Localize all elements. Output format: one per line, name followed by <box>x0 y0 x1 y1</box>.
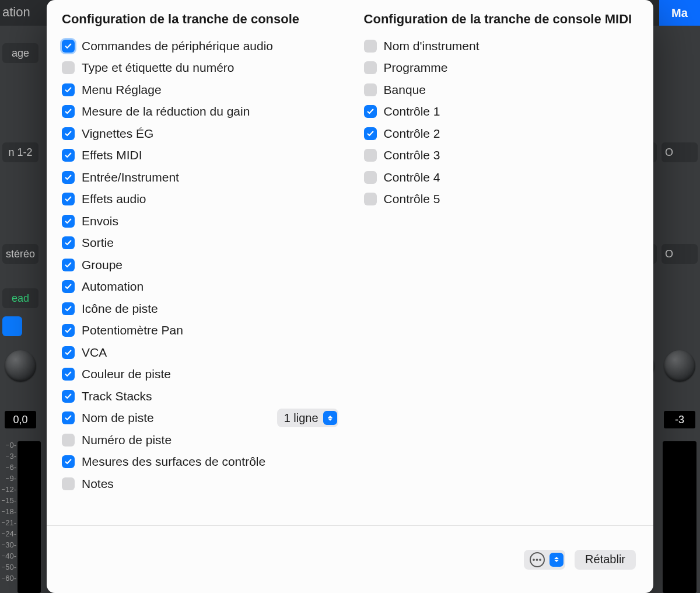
option-label: Entrée/Instrument <box>82 170 179 184</box>
dialog-footer: ••• Rétablir <box>47 525 653 593</box>
backdrop-value: 0,0 <box>5 411 36 428</box>
select-value: 1 ligne <box>284 411 318 425</box>
option-label: Notes <box>82 477 114 491</box>
restore-button[interactable]: Rétablir <box>575 550 636 570</box>
option-label: Commandes de périphérique audio <box>82 39 273 53</box>
right-option-row: Contrôle 1 <box>364 101 643 123</box>
checkbox[interactable] <box>62 390 75 403</box>
backdrop-pan-knob <box>5 350 36 382</box>
left-option-row: Vignettes ÉG <box>62 123 338 145</box>
checkbox[interactable] <box>62 477 75 490</box>
checkbox[interactable] <box>364 149 377 162</box>
left-option-row: Automation <box>62 276 338 298</box>
left-option-row: Envois <box>62 210 338 232</box>
checkbox[interactable] <box>62 324 75 337</box>
option-label: Automation <box>82 280 144 294</box>
console-config-title: Configuration de la tranche de console <box>62 12 338 27</box>
checkbox[interactable] <box>364 171 377 184</box>
checkbox[interactable] <box>364 127 377 140</box>
ruler-tick: 12- <box>5 486 16 493</box>
backdrop-meter <box>663 441 696 593</box>
backdrop-master-button-fragment[interactable]: Ma <box>659 0 700 26</box>
option-label: Potentiomètre Pan <box>82 323 183 337</box>
option-label: Track Stacks <box>82 389 152 403</box>
chevron-up-down-icon <box>323 411 337 425</box>
checkbox[interactable] <box>364 105 377 118</box>
left-option-row: Track Stacks <box>62 385 338 407</box>
backdrop-meter <box>18 441 41 593</box>
ruler-tick: 6- <box>9 463 16 471</box>
checkbox[interactable] <box>62 149 75 162</box>
ruler-tick: 21- <box>5 519 16 526</box>
option-label: Contrôle 3 <box>384 148 440 162</box>
right-option-row: Banque <box>364 79 643 101</box>
ruler-tick: 24- <box>5 530 16 538</box>
ruler-tick: 50- <box>5 563 16 571</box>
checkbox[interactable] <box>62 127 75 140</box>
ruler-tick: 15- <box>5 497 16 504</box>
checkbox[interactable] <box>62 434 75 447</box>
checkbox[interactable] <box>62 236 75 249</box>
checkbox[interactable] <box>62 259 75 271</box>
track-name-lines-select[interactable]: 1 ligne <box>277 409 338 427</box>
option-label: Mesures des surfaces de contrôle <box>82 455 265 469</box>
left-option-row: Numéro de piste <box>62 429 338 451</box>
option-label: Groupe <box>82 258 123 272</box>
option-label: Menu Réglage <box>82 83 162 97</box>
checkbox[interactable] <box>62 368 75 381</box>
left-option-row: Mesure de la réduction du gain <box>62 101 338 123</box>
right-option-row: Contrôle 3 <box>364 145 643 167</box>
option-label: Couleur de piste <box>82 367 171 381</box>
checkbox[interactable] <box>62 346 75 359</box>
option-label: Nom d'instrument <box>384 39 480 53</box>
option-label: Effets audio <box>82 192 146 206</box>
checkbox[interactable] <box>364 61 377 74</box>
left-option-row: Notes <box>62 473 338 495</box>
left-option-row: Groupe <box>62 254 338 276</box>
checkbox[interactable] <box>62 280 75 293</box>
backdrop-slot: ead <box>2 288 38 308</box>
backdrop-slot: age <box>2 43 38 63</box>
option-label: Type et étiquette du numéro <box>82 61 235 75</box>
preset-menu-button[interactable]: ••• <box>524 550 565 570</box>
backdrop-slot: O <box>662 244 698 264</box>
backdrop-strip-r2: O O -3 <box>659 26 700 593</box>
checkbox[interactable] <box>62 215 75 228</box>
backdrop-pan-knob <box>664 350 695 382</box>
option-label: Envois <box>82 214 118 228</box>
option-label: Nom de piste <box>82 411 154 425</box>
option-label: Contrôle 5 <box>384 192 440 206</box>
checkbox[interactable] <box>62 105 75 118</box>
left-option-row: Potentiomètre Pan <box>62 320 338 342</box>
right-option-row: Programme <box>364 57 643 79</box>
backdrop-value: -3 <box>664 411 695 428</box>
checkbox[interactable] <box>62 302 75 315</box>
checkbox[interactable] <box>62 171 75 184</box>
midi-config-title: Configuration de la tranche de console M… <box>364 12 643 27</box>
chevron-up-down-icon <box>550 553 564 567</box>
checkbox[interactable] <box>62 411 75 424</box>
left-option-row: Effets audio <box>62 189 338 211</box>
left-option-row: Nom de piste1 ligne <box>62 407 338 430</box>
left-option-row: Icône de piste <box>62 298 338 320</box>
right-option-row: Contrôle 5 <box>364 189 643 211</box>
backdrop-title-fragment: ation <box>2 5 30 20</box>
checkbox[interactable] <box>62 193 75 205</box>
checkbox[interactable] <box>62 61 75 74</box>
left-option-row: Type et étiquette du numéro <box>62 57 338 79</box>
backdrop-slot: O <box>662 142 698 162</box>
option-label: Vignettes ÉG <box>82 127 153 141</box>
channel-strip-config-dialog: Configuration de la tranche de console C… <box>47 0 653 593</box>
checkbox[interactable] <box>62 83 75 96</box>
left-option-row: Entrée/Instrument <box>62 166 338 189</box>
checkbox[interactable] <box>62 455 75 468</box>
ruler-tick: 40- <box>5 552 16 560</box>
checkbox[interactable] <box>364 83 377 96</box>
option-label: Contrôle 1 <box>384 104 440 118</box>
checkbox[interactable] <box>364 40 377 53</box>
option-label: Effets MIDI <box>82 148 142 162</box>
backdrop-slot: n 1-2 <box>2 142 38 162</box>
left-option-row: Sortie <box>62 232 338 254</box>
checkbox[interactable] <box>62 40 75 53</box>
checkbox[interactable] <box>364 193 377 205</box>
